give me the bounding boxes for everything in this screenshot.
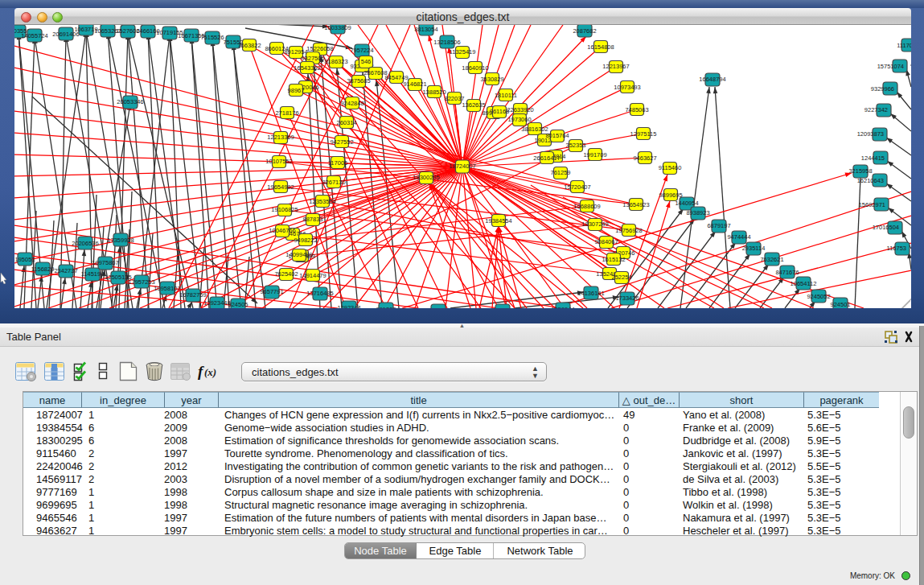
svg-text:17016504: 17016504: [873, 224, 899, 231]
svg-text:9146821: 9146821: [403, 80, 426, 88]
svg-text:2342737: 2342737: [54, 267, 77, 274]
svg-text:12353554: 12353554: [309, 198, 335, 205]
svg-text:352353: 352353: [565, 142, 585, 149]
svg-text:9657791: 9657791: [260, 288, 283, 295]
svg-text:10958107: 10958107: [154, 285, 180, 292]
svg-text:18640910: 18640910: [462, 64, 488, 72]
svg-text:12923448: 12923448: [203, 299, 230, 307]
svg-text:98967: 98967: [288, 87, 305, 94]
svg-text:195051: 195051: [14, 256, 35, 263]
svg-text:13218506: 13218506: [433, 39, 460, 46]
svg-text:546: 546: [361, 58, 372, 65]
svg-text:9474444: 9474444: [727, 233, 750, 241]
svg-text:1733426: 1733426: [615, 295, 639, 302]
svg-text:18724007: 18724007: [449, 163, 475, 170]
svg-text:11325419: 11325419: [450, 48, 476, 56]
svg-text:10046766: 10046766: [269, 227, 295, 234]
svg-text:1145194: 1145194: [81, 270, 105, 278]
svg-text:7632621: 7632621: [760, 256, 783, 263]
svg-text:16648794: 16648794: [699, 76, 725, 83]
svg-text:2935114: 2935114: [742, 245, 766, 252]
svg-text:10654112: 10654112: [791, 280, 817, 287]
svg-text:3215958: 3215958: [848, 167, 872, 175]
svg-text:9115460: 9115460: [659, 164, 682, 171]
svg-text:991203: 991203: [376, 306, 396, 308]
svg-text:2087682: 2087682: [573, 27, 596, 35]
svg-text:8813054: 8813054: [414, 26, 437, 33]
svg-text:10107552: 10107552: [265, 158, 292, 165]
svg-text:f: f: [198, 363, 204, 380]
svg-text:12975115: 12975115: [630, 130, 657, 138]
svg-text:8015764: 8015764: [545, 132, 569, 139]
svg-text:1440954: 1440954: [675, 200, 698, 207]
svg-text:1973060: 1973060: [507, 116, 531, 123]
svg-text:22633920: 22633920: [507, 106, 533, 113]
svg-text:8186323: 8186323: [324, 58, 347, 65]
svg-text:761259: 761259: [550, 169, 570, 176]
svg-text:15692971: 15692971: [859, 201, 885, 208]
svg-text:12213967: 12213967: [602, 63, 629, 70]
svg-text:9329966: 9329966: [871, 85, 894, 93]
svg-text:7485063: 7485063: [625, 106, 648, 113]
svg-text:19756928: 19756928: [615, 227, 642, 234]
svg-text:10975867: 10975867: [92, 259, 118, 266]
svg-text:16033809: 16033809: [324, 25, 351, 31]
svg-text:1615132: 1615132: [602, 256, 625, 263]
svg-text:3875685: 3875685: [347, 77, 370, 84]
svg-text:8471676: 8471676: [775, 269, 799, 276]
svg-text:9245052: 9245052: [807, 293, 830, 300]
svg-text:15751074: 15751074: [877, 63, 904, 70]
svg-text:16782759: 16782759: [179, 291, 206, 299]
svg-text:3530829: 3530829: [480, 76, 503, 83]
svg-text:13654923: 13654923: [622, 201, 649, 208]
svg-text:9242848: 9242848: [340, 100, 363, 107]
svg-text:1362635: 1362635: [462, 101, 485, 109]
svg-text:9427552: 9427552: [330, 138, 353, 146]
svg-text:20206576: 20206576: [72, 240, 98, 247]
svg-text:7625402: 7625402: [274, 270, 298, 278]
svg-text:924505: 924505: [228, 301, 248, 308]
svg-text:19654982: 19654982: [267, 183, 294, 191]
svg-text:11170: 11170: [897, 42, 911, 49]
svg-text:1991709: 1991709: [583, 151, 606, 159]
svg-text:9498222: 9498222: [294, 237, 317, 244]
svg-text:252254: 252254: [611, 274, 631, 281]
svg-text:1292344: 1292344: [337, 304, 360, 308]
svg-text:12093873: 12093873: [857, 130, 884, 138]
svg-text:9084067: 9084067: [594, 238, 618, 245]
svg-text:6879197: 6879197: [707, 222, 730, 229]
svg-text:15720407: 15720407: [564, 183, 590, 191]
svg-text:14055724: 14055724: [21, 32, 47, 39]
svg-text:16543362: 16543362: [294, 64, 320, 72]
svg-text:17957253: 17957253: [128, 278, 154, 286]
svg-text:104522: 104522: [492, 307, 512, 308]
svg-text:1810111: 1810111: [495, 92, 517, 99]
svg-text:14099489: 14099489: [285, 251, 312, 258]
svg-text:20053346: 20053346: [117, 98, 143, 105]
svg-text:13716485: 13716485: [306, 290, 333, 297]
svg-text:8938923: 8938923: [686, 209, 709, 216]
svg-text:16210643: 16210643: [857, 177, 884, 184]
svg-text:260314: 260314: [336, 119, 356, 126]
svg-text:924501: 924501: [830, 301, 850, 308]
svg-text:9327505: 9327505: [301, 55, 324, 62]
svg-text:16154808: 16154808: [587, 43, 614, 51]
svg-text:15226058: 15226058: [306, 45, 333, 52]
svg-text:12213369: 12213369: [267, 134, 294, 141]
svg-text:19384554: 19384554: [485, 217, 511, 225]
svg-text:8267130: 8267130: [322, 179, 345, 186]
svg-text:38816302: 38816302: [521, 126, 548, 133]
svg-text:1244415: 1244415: [861, 154, 885, 162]
svg-text:116753: 116753: [887, 245, 906, 252]
svg-text:10973493: 10973493: [614, 84, 640, 91]
svg-text:1356644: 1356644: [551, 306, 574, 308]
svg-text:7663822: 7663822: [237, 42, 261, 49]
svg-text:9899695: 9899695: [659, 192, 682, 199]
svg-text:14136141: 14136141: [577, 290, 604, 297]
svg-text:1388520: 1388520: [422, 89, 446, 96]
svg-text:10688609: 10688609: [573, 203, 600, 210]
svg-text:17359928: 17359928: [107, 237, 133, 244]
svg-text:19106825: 19106825: [271, 206, 298, 213]
svg-text:9463627: 9463627: [633, 154, 656, 162]
svg-text:2718176: 2718176: [275, 109, 298, 117]
